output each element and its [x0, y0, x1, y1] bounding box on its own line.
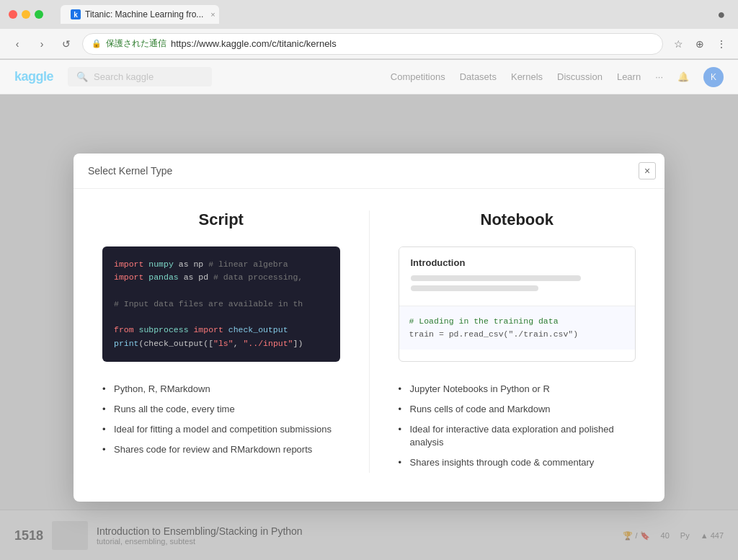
url-text: https://www.kaggle.com/c/titanic/kernels	[171, 38, 337, 49]
notebook-preview: Introduction # Loading in the training d…	[399, 246, 636, 362]
address-bar-row: ‹ › ↺ 🔒 保護された通信 https://www.kaggle.com/c…	[0, 29, 738, 59]
forward-button[interactable]: ›	[33, 35, 50, 53]
module-numpy: numpy	[148, 259, 174, 269]
back-button[interactable]: ‹	[9, 35, 26, 53]
avatar-icon[interactable]: K	[703, 67, 724, 87]
search-icon: 🔍	[76, 71, 88, 82]
script-code-preview: import numpy as np # linear algebra impo…	[102, 246, 340, 362]
title-bar: k Titanic: Machine Learning fro... × ●	[0, 0, 738, 29]
notebook-feature-1: Jupyter Notebooks in Python or R	[399, 379, 636, 399]
notebook-feature-2: Runs cells of code and Markdown	[399, 399, 636, 419]
notebook-line-1	[411, 275, 581, 281]
nav-competitions[interactable]: Competitions	[391, 71, 445, 82]
close-window-button[interactable]	[9, 10, 17, 19]
maximize-window-button[interactable]	[35, 10, 43, 19]
notebook-code-line-1: # Loading in the training data	[409, 315, 626, 328]
kaggle-nav: kaggle 🔍 Search kaggle Competitions Data…	[0, 60, 738, 94]
notebook-cell-title: Introduction	[411, 257, 624, 268]
modal-body: Script import numpy as np # linear algeb…	[74, 189, 664, 502]
profile-button[interactable]: ●	[713, 6, 729, 22]
divider	[369, 210, 370, 474]
traffic-lights	[9, 10, 43, 19]
code-line-1: import numpy as np # linear algebra	[114, 258, 329, 271]
browser-tab[interactable]: k Titanic: Machine Learning fro... ×	[61, 5, 219, 24]
search-bar[interactable]: 🔍 Search kaggle	[68, 67, 212, 86]
script-features: Python, R, RMarkdown Runs all the code, …	[102, 379, 340, 461]
nav-kernels[interactable]: Kernels	[511, 71, 543, 82]
notebook-text-cell: Introduction	[399, 247, 636, 306]
menu-icon[interactable]: ⋮	[713, 36, 729, 52]
modal-close-button[interactable]: ×	[639, 162, 656, 179]
code-line-5: print(check_output(["ls", "../input"])	[114, 337, 329, 350]
tab-close-button[interactable]: ×	[210, 10, 215, 19]
tab-bar: k Titanic: Machine Learning fro... ×	[55, 5, 708, 24]
kaggle-logo[interactable]: kaggle	[14, 69, 53, 84]
code-line-4: from subprocess import check_output	[114, 324, 329, 337]
search-placeholder: Search kaggle	[94, 71, 154, 82]
modal-header: Select Kernel Type	[74, 154, 664, 189]
kernel-type-modal: Select Kernel Type × Script import numpy…	[74, 154, 664, 502]
extensions-icon[interactable]: ⊕	[692, 36, 708, 52]
notebook-features: Jupyter Notebooks in Python or R Runs ce…	[399, 379, 636, 474]
notebook-code-line-2: train = pd.read_csv("./train.csv")	[409, 328, 626, 341]
lock-icon: 🔒	[92, 39, 102, 48]
script-title: Script	[102, 210, 340, 229]
secure-text: 保護された通信	[106, 37, 166, 50]
address-bar[interactable]: 🔒 保護された通信 https://www.kaggle.com/c/titan…	[82, 33, 663, 55]
notebook-code-cell: # Loading in the training data train = p…	[399, 306, 636, 350]
script-feature-2: Runs all the code, every time	[102, 399, 340, 419]
browser-chrome: k Titanic: Machine Learning fro... × ● ‹…	[0, 0, 738, 60]
notebook-line-2	[411, 285, 538, 291]
code-line-3: # Input data files are available in th	[114, 298, 329, 311]
keyword: import	[114, 259, 148, 269]
notebook-feature-3: Ideal for interactive data exploration a…	[399, 419, 636, 453]
script-feature-3: Ideal for fitting a model and competitio…	[102, 419, 340, 440]
bookmark-icon[interactable]: ☆	[670, 36, 686, 52]
nav-datasets[interactable]: Datasets	[460, 71, 497, 82]
tab-label: Titanic: Machine Learning fro...	[85, 9, 203, 19]
page-content: 1518 Introduction to Ensembling/Stacking…	[0, 94, 738, 560]
code-line-2: import pandas as pd # data processing,	[114, 271, 329, 284]
nav-learn[interactable]: Learn	[617, 71, 641, 82]
script-option[interactable]: Script import numpy as np # linear algeb…	[102, 210, 340, 474]
script-feature-4: Shares code for review and RMarkdown rep…	[102, 440, 340, 460]
minimize-window-button[interactable]	[22, 10, 30, 19]
tab-favicon-icon: k	[71, 9, 81, 19]
reload-button[interactable]: ↺	[58, 35, 75, 53]
notebook-title: Notebook	[399, 210, 636, 229]
toolbar-icons: ☆ ⊕ ⋮	[670, 36, 729, 52]
notebook-option[interactable]: Notebook Introduction # Loading in th	[399, 210, 636, 474]
modal-title: Select Kernel Type	[88, 165, 172, 177]
script-feature-1: Python, R, RMarkdown	[102, 379, 340, 399]
nav-more[interactable]: ···	[655, 71, 663, 82]
bell-icon[interactable]: 🔔	[677, 71, 689, 82]
notebook-feature-4: Shares insights through code & commentar…	[399, 453, 636, 473]
nav-discussion[interactable]: Discussion	[557, 71, 603, 82]
kaggle-nav-items: Competitions Datasets Kernels Discussion…	[391, 67, 724, 87]
modal-overlay: Select Kernel Type × Script import numpy…	[0, 94, 738, 560]
